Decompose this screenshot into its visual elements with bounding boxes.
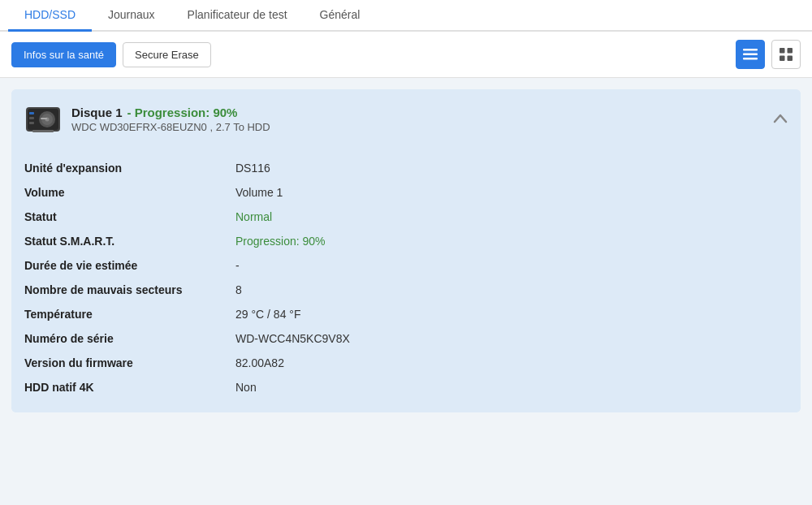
info-value: Non <box>235 381 257 394</box>
svg-rect-0 <box>743 49 758 51</box>
svg-rect-2 <box>743 58 758 60</box>
svg-rect-13 <box>29 112 34 114</box>
svg-rect-14 <box>29 117 34 119</box>
info-value: Progression: 90% <box>235 235 326 248</box>
info-label: Statut S.M.A.R.T. <box>24 235 235 248</box>
info-row: StatutNormal <box>24 205 788 229</box>
info-value: 8 <box>235 283 242 296</box>
svg-rect-1 <box>743 54 758 56</box>
disk-header: Disque 1 - Progression: 90% WDC WD30EFRX… <box>11 89 801 149</box>
info-row: Durée de vie estimée- <box>24 253 788 278</box>
health-button[interactable]: Infos sur la santé <box>11 42 116 67</box>
tab-general[interactable]: Général <box>304 0 377 32</box>
info-value: 82.00A82 <box>235 356 284 369</box>
info-label: Durée de vie estimée <box>24 259 235 272</box>
info-value: DS116 <box>235 162 270 175</box>
list-view-icon <box>743 49 758 60</box>
toolbar: Infos sur la santé Secure Erase <box>0 32 812 78</box>
info-label: Version du firmware <box>24 356 235 369</box>
tab-journaux[interactable]: Journaux <box>92 0 171 32</box>
tab-hdd-ssd[interactable]: HDD/SSD <box>8 0 92 32</box>
info-value: WD-WCC4N5KC9V8X <box>235 332 350 345</box>
info-label: Unité d'expansion <box>24 162 235 175</box>
info-row: Nombre de mauvais secteurs8 <box>24 278 788 302</box>
svg-rect-6 <box>788 56 793 62</box>
svg-rect-15 <box>29 122 34 124</box>
svg-rect-4 <box>788 48 793 54</box>
disk-name: Disque 1 <box>71 106 123 119</box>
disk-title-area: Disque 1 - Progression: 90% WDC WD30EFRX… <box>71 106 270 133</box>
info-table: Unité d'expansionDS116VolumeVolume 1Stat… <box>11 149 801 412</box>
info-value: - <box>235 259 240 272</box>
tabs-bar: HDD/SSD Journaux Planificateur de test G… <box>0 0 812 32</box>
svg-rect-12 <box>41 118 47 119</box>
info-label: HDD natif 4K <box>24 381 235 394</box>
info-value: 29 °C / 84 °F <box>235 308 300 321</box>
disk-icon <box>24 101 62 138</box>
info-label: Nombre de mauvais secteurs <box>24 283 235 296</box>
disk-subtitle: WDC WD30EFRX-68EUZN0 , 2.7 To HDD <box>71 121 270 133</box>
info-value: Normal <box>235 210 272 223</box>
info-label: Température <box>24 308 235 321</box>
info-value: Volume 1 <box>235 186 283 199</box>
info-row: Statut S.M.A.R.T.Progression: 90% <box>24 229 788 253</box>
info-row: Version du firmware82.00A82 <box>24 351 788 375</box>
disk-progression: - Progression: 90% <box>127 106 238 119</box>
grid-view-button[interactable] <box>771 40 801 69</box>
svg-rect-16 <box>32 130 54 132</box>
main-content: Disque 1 - Progression: 90% WDC WD30EFRX… <box>0 78 812 505</box>
list-view-button[interactable] <box>736 40 765 69</box>
info-row: VolumeVolume 1 <box>24 180 788 205</box>
disk-card: Disque 1 - Progression: 90% WDC WD30EFRX… <box>11 89 801 412</box>
grid-view-icon <box>780 48 793 61</box>
info-row: Numéro de sérieWD-WCC4N5KC9V8X <box>24 326 788 351</box>
info-row: Unité d'expansionDS116 <box>24 156 788 180</box>
info-label: Statut <box>24 210 235 223</box>
info-label: Volume <box>24 186 235 199</box>
svg-rect-3 <box>780 48 785 54</box>
disk-title: Disque 1 - Progression: 90% <box>71 106 270 119</box>
secure-erase-button[interactable]: Secure Erase <box>123 42 211 67</box>
tab-planificateur[interactable]: Planificateur de test <box>171 0 304 32</box>
chevron-up-icon <box>773 114 788 123</box>
info-row: Température29 °C / 84 °F <box>24 302 788 326</box>
svg-rect-5 <box>780 56 785 62</box>
collapse-button[interactable] <box>773 112 788 127</box>
info-row: HDD natif 4KNon <box>24 375 788 399</box>
info-label: Numéro de série <box>24 332 235 345</box>
